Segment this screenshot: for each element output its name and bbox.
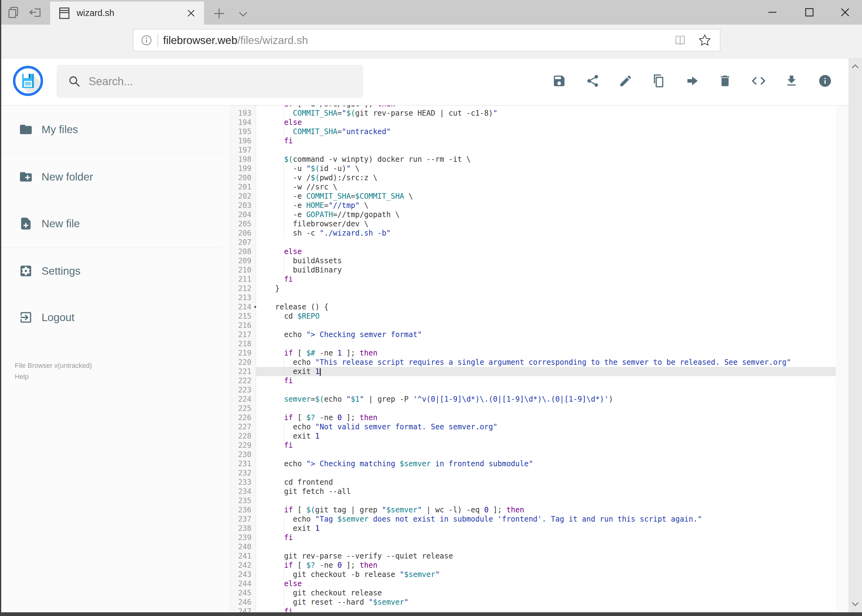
share-file-icon[interactable] (586, 74, 600, 88)
tab-list-chevron-icon[interactable] (236, 7, 251, 22)
code-line[interactable]: 202 -e COMMIT_SHA=$COMMIT_SHA \ (229, 192, 848, 201)
code-line[interactable]: 217 echo "> Checking semver format" (229, 330, 848, 339)
code-line[interactable]: 206 sh -c "./wizard.sh -b" (229, 228, 848, 238)
code-line[interactable]: 224 semver=$(echo "$1" | grep -P '^v(0|[… (229, 394, 848, 404)
browser-tab[interactable]: wizard.sh (50, 2, 204, 25)
reading-view-icon[interactable] (673, 33, 687, 47)
sidebar-item-settings[interactable]: Settings (0, 261, 229, 281)
code-line[interactable]: 235 (229, 496, 848, 505)
code-line[interactable]: 205 filebrowser/dev \ (229, 219, 848, 228)
url-field[interactable]: filebrowser.web/files/wizard.sh (133, 29, 720, 51)
code-line[interactable]: 218 (229, 339, 848, 349)
window-maximize-button[interactable] (798, 4, 821, 21)
code-line[interactable]: 225 (229, 404, 848, 413)
window-close-button[interactable] (834, 4, 856, 21)
sidebar-item-new-file[interactable]: New file (0, 214, 229, 233)
code-line[interactable]: 213 (229, 293, 848, 302)
code-line[interactable]: 209 buildAssets (229, 256, 848, 266)
code-line[interactable]: 234 git fetch --all (229, 487, 848, 496)
code-line[interactable]: 247 fi (229, 607, 848, 612)
sidebar-item-logout[interactable]: Logout (0, 308, 229, 327)
help-link[interactable]: Help (15, 371, 92, 382)
code-line[interactable]: 198 $(command -v winpty) docker run --rm… (229, 155, 848, 164)
line-number: 232 (229, 468, 256, 478)
favorite-star-icon[interactable] (698, 33, 712, 47)
code-line[interactable]: 210 buildBinary (229, 266, 848, 275)
code-editor[interactable]: if [ -d /src/.git ]; then193 COMMIT_SHA=… (229, 105, 848, 612)
code-line[interactable]: 211 fi (229, 275, 848, 284)
page-info-icon[interactable] (140, 33, 153, 47)
code-line[interactable]: 201 -w //src \ (229, 182, 848, 192)
code-line[interactable]: 221 exit 1 (229, 367, 848, 376)
code-line[interactable]: 239 fi (229, 533, 848, 542)
code-line[interactable]: 230 (229, 450, 848, 459)
code-line[interactable]: 245 git checkout release (229, 588, 848, 597)
code-line[interactable]: 229 fi (229, 441, 848, 450)
window-minimize-button[interactable] (761, 4, 783, 21)
page-scrollbar[interactable] (848, 58, 862, 612)
code-line[interactable]: 196 fi (229, 136, 848, 146)
code-line[interactable]: 228 exit 1 (229, 432, 848, 441)
code-line[interactable]: if [ -d /src/.git ]; then (229, 105, 848, 108)
code-line[interactable]: 214▾release () { (229, 302, 848, 311)
tab-close-icon[interactable] (185, 7, 197, 19)
sidebar-item-new-folder[interactable]: New folder (0, 167, 229, 187)
code-view-icon[interactable] (752, 74, 766, 88)
code-line[interactable]: 219 if [ $# -ne 1 ]; then (229, 349, 848, 358)
line-number: 194 (229, 118, 256, 127)
url-text[interactable]: filebrowser.web/files/wizard.sh (163, 34, 673, 46)
info-icon[interactable] (818, 74, 832, 88)
move-icon[interactable] (685, 74, 699, 88)
code-line[interactable]: 199 -u "$(id -u)" \ (229, 164, 848, 173)
code-line[interactable]: 212} (229, 284, 848, 293)
code-line[interactable]: 238 exit 1 (229, 524, 848, 533)
code-line[interactable]: 223 (229, 385, 848, 394)
line-number: 204 (229, 210, 256, 219)
line-number: 208 (229, 247, 256, 256)
scroll-down-icon[interactable] (850, 599, 860, 609)
scroll-up-icon[interactable] (850, 61, 860, 71)
code-line[interactable]: 237 echo "Tag $semver does not exist in … (229, 514, 848, 524)
code-line[interactable]: 227 echo "Not valid semver format. See s… (229, 422, 848, 432)
code-line[interactable]: 243 git checkout -b release "$semver" (229, 570, 848, 579)
code-line[interactable]: 200 -v /$(pwd):/src:z \ (229, 173, 848, 182)
code-text: cd $REPO (256, 311, 848, 321)
code-line[interactable]: 236 if [ $(git tag | grep "$semver" | wc… (229, 505, 848, 514)
code-line[interactable]: 195 COMMIT_SHA="untracked" (229, 127, 848, 136)
code-text: if [ $? -ne 0 ]; then (256, 413, 848, 422)
code-line[interactable]: 240 (229, 542, 848, 552)
code-line[interactable]: 203 -e HOME="//tmp" \ (229, 201, 848, 210)
code-line[interactable]: 194 else (229, 118, 848, 127)
url-host: filebrowser.web (163, 34, 237, 46)
code-line[interactable]: 222 fi (229, 376, 848, 385)
new-tab-icon[interactable] (212, 6, 227, 21)
code-text: semver=$(echo "$1" | grep -P '^v(0|[1-9]… (256, 394, 848, 404)
code-line[interactable]: 242 if [ $? -ne 0 ]; then (229, 561, 848, 570)
tab-preview-icon[interactable] (7, 5, 22, 20)
code-line[interactable]: 233 cd frontend (229, 478, 848, 487)
download-icon[interactable] (785, 74, 799, 88)
code-line[interactable]: 244 else (229, 579, 848, 588)
code-line[interactable]: 231 echo "> Checking matching $semver in… (229, 459, 848, 468)
code-line[interactable]: 204 -e GOPATH=//tmp/gopath \ (229, 210, 848, 219)
sidebar-item-my-files[interactable]: My files (0, 119, 229, 139)
delete-icon[interactable] (718, 74, 732, 88)
code-line[interactable]: 207 (229, 238, 848, 247)
code-line[interactable]: 215 cd $REPO (229, 311, 848, 321)
code-line[interactable]: 197 (229, 146, 848, 155)
code-line[interactable]: 241 git rev-parse --verify --quiet relea… (229, 552, 848, 561)
edit-icon[interactable] (619, 74, 633, 88)
code-line[interactable]: 216 (229, 321, 848, 330)
code-line[interactable]: 232 (229, 468, 848, 478)
code-line[interactable]: 246 git reset --hard "$semver" (229, 597, 848, 607)
copy-icon[interactable] (651, 74, 666, 88)
search-input[interactable] (88, 75, 363, 88)
window-bottom-edge (0, 612, 862, 616)
code-line[interactable]: 193 COMMIT_SHA="$(git rev-parse HEAD | c… (229, 108, 848, 118)
save-icon[interactable] (552, 74, 566, 88)
code-line[interactable]: 220 echo "This release script requires a… (229, 358, 848, 367)
code-line[interactable]: 226 if [ $? -ne 0 ]; then (229, 413, 848, 422)
code-line[interactable]: 208 else (229, 247, 848, 256)
search-box[interactable] (57, 65, 363, 98)
set-tabs-aside-icon[interactable] (28, 5, 43, 20)
